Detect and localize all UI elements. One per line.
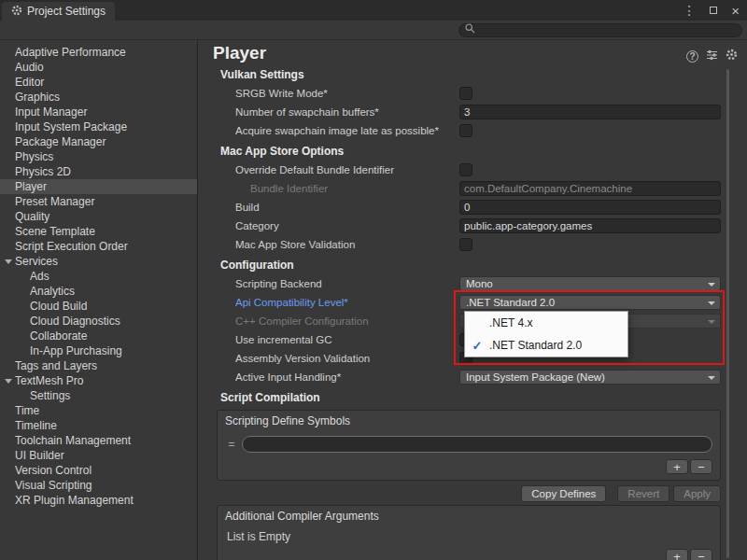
sidebar-item-timeline[interactable]: Timeline [0, 418, 197, 433]
sidebar-item-analytics[interactable]: Analytics [0, 284, 197, 299]
field-label: Override Default Bundle Identifier [235, 164, 459, 175]
sidebar-item-input-manager[interactable]: Input Manager [0, 105, 197, 119]
scripting-backend-dropdown[interactable]: Mono [459, 276, 721, 291]
sidebar-item-time[interactable]: Time [0, 403, 197, 418]
sidebar-item-settings[interactable]: Settings [0, 388, 197, 403]
sidebar-item-label: Timeline [15, 419, 57, 432]
sidebar-item-label: Version Control [15, 464, 92, 477]
field-label: Category [235, 220, 459, 231]
setting-row-srgb-write-mode: SRGB Write Mode* [198, 84, 747, 103]
field-label: Assembly Version Validation [235, 353, 459, 364]
toolbar [0, 21, 747, 40]
sidebar-item-package-manager[interactable]: Package Manager [0, 134, 197, 149]
setting-row-bundle-identifier: Bundle Identifiercom.DefaultCompany.Cine… [198, 179, 747, 198]
setting-row-active-input-handling: Active Input Handling*Input System Packa… [198, 368, 747, 386]
drag-handle-icon[interactable]: = [225, 438, 238, 451]
sidebar-item-script-execution-order[interactable]: Script Execution Order [0, 239, 197, 254]
sidebar-item-label: Collaborate [30, 329, 87, 343]
gear-icon[interactable] [726, 49, 738, 63]
field-label: Bundle Identifier [235, 183, 459, 194]
section-header-script-compilation: Script Compilation [198, 386, 747, 407]
define-symbol-input[interactable] [242, 436, 712, 453]
settings-category-list: Adaptive PerformanceAudioEditorGraphicsI… [0, 40, 197, 560]
foldout-triangle-icon[interactable] [5, 379, 12, 384]
remove-argument-button[interactable]: − [690, 549, 712, 560]
sidebar-item-ui-builder[interactable]: UI Builder [0, 448, 197, 463]
acquire-swapchain-image-late-as-possible-checkbox[interactable] [459, 124, 472, 137]
setting-row-override-default-bundle-identifier: Override Default Bundle Identifier [198, 161, 747, 179]
add-define-button[interactable]: + [666, 459, 688, 474]
sidebar-item-visual-scripting[interactable]: Visual Scripting [0, 478, 197, 493]
sidebar-item-label: Analytics [30, 285, 75, 298]
window-menu-icon[interactable]: ⋮ [683, 3, 696, 18]
sidebar-item-label: Quality [15, 210, 49, 223]
copy-defines-button[interactable]: Copy Defines [521, 485, 606, 502]
active-input-handling-dropdown[interactable]: Input System Package (New) [459, 370, 721, 385]
setting-row-acquire-swapchain-image-late-as-possible: Acquire swapchain image late as possible… [198, 121, 747, 140]
project-settings-window: Project Settings ⋮ × Adaptive Performanc… [0, 0, 747, 560]
sidebar-item-preset-manager[interactable]: Preset Manager [0, 194, 197, 209]
section-header-vulkan-settings: Vulkan Settings [198, 63, 747, 84]
sidebar-item-label: Cloud Build [30, 300, 87, 313]
sidebar-item-toolchain-management[interactable]: Toolchain Management [0, 433, 197, 448]
sidebar-item-label: Adaptive Performance [15, 46, 126, 59]
list-empty-label: List is Empty [218, 526, 720, 547]
sidebar-item-label: Physics [15, 150, 53, 163]
sidebar-item-label: Visual Scripting [15, 479, 92, 492]
override-default-bundle-identifier-checkbox[interactable] [459, 163, 472, 176]
search-box[interactable] [458, 23, 742, 37]
sidebar-item-physics-2d[interactable]: Physics 2D [0, 164, 197, 179]
help-icon[interactable]: ? [686, 50, 698, 63]
sidebar-item-cloud-build[interactable]: Cloud Build [0, 299, 197, 314]
field-label: Build [235, 202, 459, 213]
srgb-write-mode-checkbox[interactable] [459, 87, 472, 100]
panel-header: Player ? [198, 40, 747, 63]
sidebar-item-tags-and-layers[interactable]: Tags and Layers [0, 358, 197, 373]
sidebar-item-services[interactable]: Services [0, 254, 197, 269]
category-textfield[interactable]: public.app-category.games [459, 218, 721, 233]
sidebar-item-textmesh-pro[interactable]: TextMesh Pro [0, 373, 197, 388]
sidebar-item-ads[interactable]: Ads [0, 269, 197, 284]
add-argument-button[interactable]: + [666, 549, 688, 560]
number-of-swapchain-buffers-textfield[interactable]: 3 [459, 105, 721, 119]
apply-button[interactable]: Apply [673, 485, 721, 502]
sidebar-item-collaborate[interactable]: Collaborate [0, 329, 197, 343]
sidebar-item-xr-plugin-management[interactable]: XR Plugin Management [0, 493, 197, 508]
sidebar-item-adaptive-performance[interactable]: Adaptive Performance [0, 45, 197, 60]
scrollbar[interactable] [726, 69, 729, 558]
sidebar-item-label: Time [15, 404, 39, 417]
preset-icon[interactable] [706, 49, 718, 63]
sidebar-item-physics[interactable]: Physics [0, 149, 197, 164]
foldout-triangle-icon[interactable] [5, 259, 12, 264]
build-textfield[interactable]: 0 [459, 200, 721, 215]
search-input[interactable] [479, 24, 736, 36]
bundle-identifier-textfield[interactable]: com.DefaultCompany.Cinemachine [459, 181, 721, 196]
sidebar-item-label: TextMesh Pro [15, 374, 83, 387]
sidebar-item-label: Services [15, 255, 58, 268]
close-icon[interactable]: × [731, 3, 740, 19]
sidebar-item-version-control[interactable]: Version Control [0, 463, 197, 478]
maximize-icon[interactable] [710, 4, 717, 17]
field-label: Scripting Backend [235, 278, 459, 289]
sidebar-item-in-app-purchasing[interactable]: In-App Purchasing [0, 343, 197, 358]
sidebar-item-player[interactable]: Player [0, 179, 197, 194]
header-icons: ? [686, 49, 738, 63]
sidebar-item-graphics[interactable]: Graphics [0, 90, 197, 105]
dropdown-value: Input System Package (New) [466, 371, 605, 383]
titlebar: Project Settings ⋮ × [0, 0, 747, 21]
sidebar-item-quality[interactable]: Quality [0, 209, 197, 224]
sidebar-item-audio[interactable]: Audio [0, 60, 197, 75]
mac-app-store-validation-checkbox[interactable] [459, 238, 472, 251]
sidebar-item-editor[interactable]: Editor [0, 75, 197, 90]
section-header-mac-app-store-options: Mac App Store Options [198, 140, 747, 161]
sidebar-item-scene-template[interactable]: Scene Template [0, 224, 197, 239]
page-title: Player [213, 43, 266, 63]
sidebar-item-label: Cloud Diagnostics [30, 315, 120, 328]
tab-project-settings[interactable]: Project Settings [2, 2, 115, 21]
sidebar-item-cloud-diagnostics[interactable]: Cloud Diagnostics [0, 314, 197, 329]
remove-define-button[interactable]: − [690, 459, 712, 474]
sidebar-item-input-system-package[interactable]: Input System Package [0, 119, 197, 134]
revert-button[interactable]: Revert [617, 485, 669, 502]
sidebar-item-label: Audio [15, 61, 44, 74]
sidebar-item-label: Ads [30, 270, 49, 283]
